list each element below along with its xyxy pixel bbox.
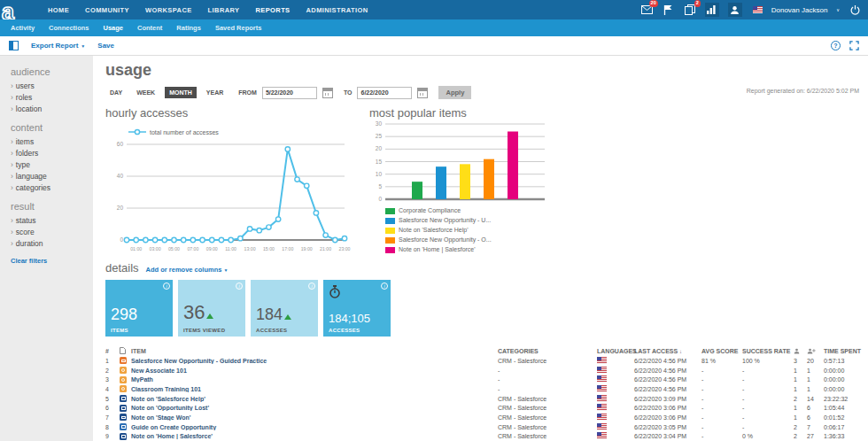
filter-location[interactable]: ›location	[11, 104, 93, 113]
table-row[interactable]: 6Note on 'Opportunity Lost'CRM - Salesfo…	[105, 403, 866, 413]
stat-label: ACCESSES	[256, 328, 287, 333]
nav-item-library[interactable]: LIBRARY	[208, 6, 240, 14]
logout-icon[interactable]	[849, 4, 861, 16]
stat-card-accesses[interactable]: i 184 ACCESSES	[251, 280, 318, 337]
tasks-icon[interactable]: 2	[684, 4, 696, 16]
subnav-ratings[interactable]: Ratings	[176, 24, 201, 32]
table-row[interactable]: 7Note on 'Stage Won'CRM - Salesforce6/22…	[105, 413, 866, 422]
views-column-person-plus-icon[interactable]	[807, 348, 824, 354]
messages-icon[interactable]: 20	[641, 4, 654, 16]
range-day-button[interactable]: DAY	[105, 87, 127, 98]
stat-card-time-accesses[interactable]: i 184;105 ACCESSES	[323, 280, 391, 337]
item-name-link[interactable]: New Associate 101	[131, 368, 498, 374]
filter-users[interactable]: ›users	[11, 81, 93, 90]
clear-filters-link[interactable]: Clear filters	[11, 257, 93, 265]
filter-status[interactable]: ›status	[11, 216, 93, 225]
col-item[interactable]: ITEM	[131, 348, 498, 354]
item-type-icon	[120, 423, 127, 430]
nav-item-administration[interactable]: ADMINISTRATION	[306, 6, 368, 14]
export-report-button[interactable]: Export Report ▼	[31, 42, 85, 50]
item-name-link[interactable]: Classroom Training 101	[131, 386, 498, 392]
col-success-rate[interactable]: SUCCESS RATE	[742, 348, 794, 354]
range-week-button[interactable]: WEEK	[132, 87, 159, 98]
table-row[interactable]: 3MyPath-6/22/2020 4:56 PM--110:00:00	[105, 375, 866, 384]
help-icon[interactable]: ?	[831, 41, 841, 50]
item-name-link[interactable]: Note on 'Salesforce Help'	[131, 396, 498, 402]
item-type-column-icon[interactable]	[120, 347, 131, 354]
chevron-right-icon: ›	[11, 149, 13, 158]
stat-card-items-viewed[interactable]: i 36 ITEMS VIEWED	[178, 280, 245, 337]
add-remove-columns-link[interactable]: Add or remove columns ▼	[146, 266, 229, 274]
filter-type[interactable]: ›type	[11, 160, 93, 169]
col-categories[interactable]: CATEGORIES	[498, 348, 597, 354]
table-row[interactable]: 4Classroom Training 101-6/22/2020 4:56 P…	[105, 384, 866, 394]
nav-item-home[interactable]: HOME	[48, 6, 69, 14]
cell-success-rate: -	[742, 396, 794, 402]
cell-avg-score: -	[701, 396, 742, 402]
nav-item-workspace[interactable]: WORKSPACE	[145, 6, 192, 14]
item-name-link[interactable]: Note on 'Opportunity Lost'	[131, 405, 498, 411]
item-name-link[interactable]: Note on 'Stage Won'	[131, 414, 498, 421]
subnav-saved-reports[interactable]: Saved Reports	[215, 24, 262, 32]
nav-item-community[interactable]: COMMUNITY	[85, 6, 129, 14]
save-button[interactable]: Save	[97, 42, 114, 50]
to-date-input[interactable]	[357, 87, 412, 99]
filter-roles[interactable]: ›roles	[11, 93, 93, 102]
range-month-button[interactable]: MONTH	[165, 87, 197, 98]
filter-duration[interactable]: ›duration	[11, 239, 93, 248]
legend-marker-icon	[128, 128, 146, 135]
item-name-link[interactable]: Guide on Create Opportunity	[131, 424, 498, 430]
profile-icon[interactable]	[728, 3, 742, 17]
user-caret-icon[interactable]: ∨	[836, 7, 840, 12]
apply-button[interactable]: Apply	[438, 86, 471, 99]
bar-1	[436, 166, 446, 199]
item-name-link[interactable]: Note on 'Home | Salesforce'	[131, 433, 498, 439]
filters-sidebar: audience ›users ›roles ›location content…	[0, 56, 93, 441]
reports-chart-icon[interactable]	[705, 3, 719, 17]
from-date-input[interactable]	[262, 87, 317, 99]
user-menu[interactable]: Donovan Jackson	[771, 6, 828, 14]
filter-items[interactable]: ›items	[11, 137, 93, 146]
subnav-usage[interactable]: Usage	[104, 24, 124, 32]
from-calendar-icon[interactable]	[322, 88, 333, 98]
sort-down-icon: ↓	[679, 349, 682, 354]
legend-label: Salesforce New Opportunity - O...	[399, 236, 492, 244]
filter-categories[interactable]: ›categories	[11, 183, 93, 192]
range-year-button[interactable]: YEAR	[202, 87, 228, 98]
info-icon[interactable]: i	[236, 282, 243, 290]
fullscreen-icon[interactable]	[849, 41, 859, 50]
info-icon[interactable]: i	[381, 282, 388, 290]
col-time-spent[interactable]: TIME SPENT	[824, 348, 866, 354]
col-languages[interactable]: LANGUAGES	[597, 348, 634, 354]
to-calendar-icon[interactable]	[417, 88, 428, 98]
table-row[interactable]: 1Salesforce New Opportunity - Guided Pra…	[105, 356, 866, 366]
locale-flag-icon[interactable]	[753, 6, 763, 13]
col-last-access[interactable]: LAST ACCESS ↓	[634, 348, 701, 354]
cell-success-rate: 100 %	[742, 358, 794, 364]
brand-logo[interactable]: a	[0, 3, 48, 20]
viewers-column-person-icon[interactable]	[794, 348, 807, 354]
cell-views: 6	[807, 405, 824, 411]
subnav-connections[interactable]: Connections	[49, 24, 89, 32]
info-icon[interactable]: i	[308, 282, 315, 290]
col-avg-score[interactable]: AVG SCORE	[701, 348, 742, 354]
table-row[interactable]: 5Note on 'Salesforce Help'CRM - Salesfor…	[105, 394, 866, 404]
item-name-link[interactable]: Salesforce New Opportunity - Guided Prac…	[131, 358, 498, 364]
table-row[interactable]: 9Note on 'Home | Salesforce'CRM - Salesf…	[105, 432, 866, 441]
row-num: 8	[105, 424, 120, 430]
filter-score[interactable]: ›score	[11, 228, 93, 236]
col-num[interactable]: #	[105, 348, 120, 354]
subnav-activity[interactable]: Activity	[11, 24, 35, 32]
filter-folders[interactable]: ›folders	[11, 149, 93, 158]
table-row[interactable]: 2New Associate 101-6/22/2020 4:56 PM--11…	[105, 366, 866, 375]
item-name-link[interactable]: MyPath	[131, 376, 498, 383]
svg-text:01:00: 01:00	[130, 246, 142, 251]
stat-card-items[interactable]: i 298 ITEMS	[105, 280, 173, 337]
table-row[interactable]: 8Guide on Create OpportunityCRM - Salesf…	[105, 422, 866, 432]
info-icon[interactable]: i	[163, 282, 170, 290]
sidebar-toggle-icon[interactable]	[9, 41, 19, 50]
nav-item-reports[interactable]: REPORTS	[255, 6, 290, 14]
filter-language[interactable]: ›language	[11, 172, 93, 181]
flag-icon[interactable]	[663, 4, 675, 16]
subnav-content[interactable]: Content	[137, 24, 162, 32]
